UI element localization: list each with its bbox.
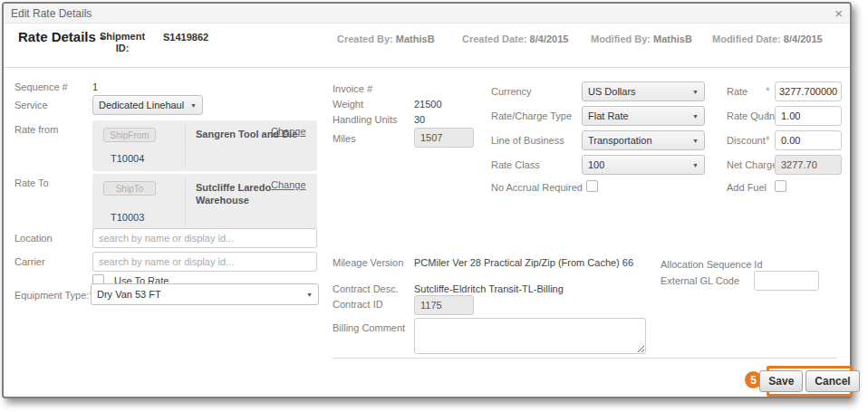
handling-units-value: 30 <box>414 114 425 125</box>
shipfrom-tag: ShipFrom <box>103 128 156 142</box>
handling-units-label: Handling Units <box>333 114 398 125</box>
discount-input[interactable] <box>775 130 842 150</box>
chevron-down-icon: ▼ <box>688 89 699 95</box>
net-charge-label: Net Charge <box>727 159 777 170</box>
shipto-tag: ShipTo <box>103 181 156 196</box>
rate-to-id: T10003 <box>111 212 144 223</box>
dialog-title: Edit Rate Details <box>11 7 92 20</box>
allocation-sequence-label: Allocation Sequence Id <box>661 259 763 270</box>
sequence-value: 1 <box>92 81 98 92</box>
shipment-id-label: Shipment ID: <box>94 31 150 54</box>
rate-to-change-link[interactable]: Change <box>271 179 306 190</box>
close-icon[interactable]: × <box>834 6 843 20</box>
page-title: Rate Details - <box>18 29 104 44</box>
billing-comment-textarea[interactable] <box>414 318 646 354</box>
equipment-type-label: Equipment Type:* <box>14 289 93 302</box>
currency-select[interactable]: US Dollars ▼ <box>582 81 705 101</box>
line-of-business-label: Line of Business <box>491 135 564 146</box>
rate-from-label: Rate from <box>14 124 58 135</box>
location-input[interactable] <box>92 228 317 248</box>
add-fuel-label: Add Fuel <box>727 182 767 193</box>
rate-quantity-input[interactable] <box>775 106 842 126</box>
chevron-down-icon: ▼ <box>688 138 699 144</box>
miles-input <box>414 128 474 148</box>
external-gl-label: External GL Code <box>661 275 739 286</box>
rate-to-panel: ShipTo Sutcliffe Laredo Warehouse Change… <box>92 174 317 230</box>
discount-label: Discount <box>727 135 766 146</box>
modified-date: Modified Date: 8/4/2015 <box>712 34 823 44</box>
weight-value: 21500 <box>414 99 442 110</box>
line-of-business-value: Transportation <box>588 135 652 146</box>
service-select[interactable]: Dedicated Linehaul ▼ <box>92 95 203 115</box>
chevron-down-icon: ▼ <box>688 162 699 168</box>
rate-label: Rate <box>727 86 747 97</box>
annotation-highlight-box: Save Cancel <box>767 366 853 397</box>
footer-divider <box>333 358 837 359</box>
panel-divider <box>185 177 186 226</box>
service-label: Service <box>14 100 48 110</box>
rate-to-label: Rate To <box>14 177 49 188</box>
equipment-type-value: Dry Van 53 FT <box>97 289 161 300</box>
rate-from-change-link[interactable]: Change <box>271 126 306 137</box>
no-accrual-checkbox[interactable] <box>586 180 598 192</box>
contract-id-input <box>414 295 474 315</box>
weight-label: Weight <box>333 99 363 110</box>
panel-divider <box>185 124 186 168</box>
no-accrual-label: No Accrual Required <box>491 182 583 193</box>
currency-value: US Dollars <box>588 86 636 97</box>
shipment-id-value: S1419862 <box>163 32 208 43</box>
miles-label: Miles <box>333 133 356 144</box>
modified-by: Modified By: MathisB <box>591 34 692 44</box>
rate-charge-type-select[interactable]: Flat Rate ▼ <box>582 106 705 126</box>
rate-charge-type-label: Rate/Charge Type <box>491 110 572 121</box>
sequence-label: Sequence # <box>14 81 68 92</box>
contract-id-label: Contract ID <box>333 299 383 310</box>
location-label: Location <box>14 233 53 244</box>
external-gl-input[interactable] <box>754 271 819 291</box>
contract-desc-label: Contract Desc. <box>333 283 399 294</box>
header-divider <box>4 67 850 68</box>
required-star-icon: * <box>766 110 770 122</box>
rate-class-select[interactable]: 100 ▼ <box>582 155 705 175</box>
equipment-type-select[interactable]: Dry Van 53 FT ▼ <box>91 283 319 305</box>
contract-desc-value: Sutcliffe-Eldritch Transit-TL-Billing <box>414 283 564 294</box>
service-select-value: Dedicated Linehaul <box>99 100 184 110</box>
dialog-titlebar: Edit Rate Details × <box>4 4 850 24</box>
page: Edit Rate Details × Rate Details - Shipm… <box>0 0 868 412</box>
add-fuel-checkbox[interactable] <box>775 180 786 192</box>
mileage-version-label: Mileage Version <box>333 257 403 268</box>
save-button[interactable]: Save <box>759 370 803 392</box>
rate-input[interactable] <box>775 81 842 101</box>
rate-class-value: 100 <box>588 159 604 170</box>
required-star-icon: * <box>766 85 770 98</box>
mileage-version-value: PCMiler Ver 28 Practical Zip/Zip (From C… <box>414 257 641 269</box>
chevron-down-icon: ▼ <box>186 102 197 109</box>
rate-from-panel: ShipFrom Sangren Tool and Die Change T10… <box>92 120 317 171</box>
rate-charge-type-value: Flat Rate <box>588 110 629 121</box>
invoice-label: Invoice # <box>333 83 372 94</box>
carrier-label: Carrier <box>14 256 45 267</box>
rate-class-label: Rate Class <box>491 159 540 170</box>
currency-label: Currency <box>491 86 532 97</box>
carrier-input[interactable] <box>92 252 317 272</box>
required-star-icon: * <box>766 134 770 147</box>
edit-rate-details-dialog: Edit Rate Details × Rate Details - Shipm… <box>2 2 852 398</box>
billing-comment-label: Billing Comment <box>333 322 405 333</box>
net-charge-input <box>775 155 842 175</box>
chevron-down-icon: ▼ <box>302 292 313 298</box>
created-by: Created By: MathisB <box>337 34 435 44</box>
created-date: Created Date: 8/4/2015 <box>462 34 568 44</box>
line-of-business-select[interactable]: Transportation ▼ <box>582 130 705 150</box>
chevron-down-icon: ▼ <box>688 113 699 120</box>
cancel-button[interactable]: Cancel <box>805 370 859 392</box>
rate-from-id: T10004 <box>111 153 144 164</box>
